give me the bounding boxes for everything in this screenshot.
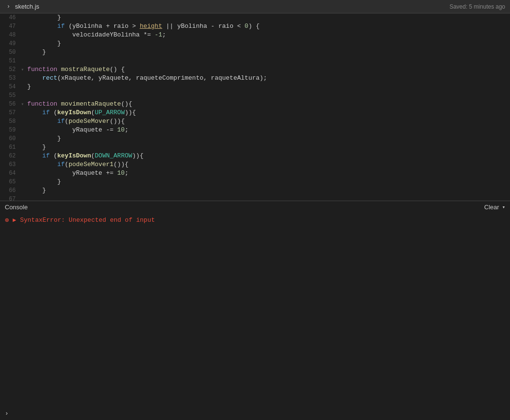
code-container[interactable]: 46 }47 if (yBolinha + raio > height || y… <box>0 13 510 201</box>
code-line: } <box>25 48 510 57</box>
line-number: 50 <box>0 48 20 57</box>
fold-arrow <box>20 134 25 143</box>
line-number: 51 <box>0 57 20 65</box>
error-circle-icon: ⊗ <box>5 216 9 224</box>
table-row: 64 yRaquete += 10; <box>0 169 510 178</box>
fold-arrow <box>20 178 25 186</box>
fold-arrow <box>20 83 25 91</box>
fold-arrow <box>20 57 25 65</box>
fold-arrow <box>20 117 25 126</box>
fold-arrow <box>20 186 25 195</box>
saved-status: Saved: 5 minutes ago <box>449 3 505 10</box>
table-row: 52▾function mostraRaquete() { <box>0 65 510 74</box>
code-line: yRaquete -= 10; <box>25 126 510 134</box>
fold-arrow <box>20 74 25 83</box>
prompt-icon[interactable]: › <box>5 410 9 417</box>
console-bar: Console Clear ▾ <box>0 201 510 213</box>
bottom-area: › <box>0 228 510 420</box>
fold-arrow <box>20 39 25 48</box>
table-row: 55 <box>0 91 510 100</box>
line-number: 54 <box>0 83 20 91</box>
line-number: 52 <box>0 65 20 74</box>
code-line: rect(xRaquete, yRaquete, raqueteComprime… <box>25 74 510 83</box>
editor-area: 46 }47 if (yBolinha + raio > height || y… <box>0 13 510 201</box>
console-output: ⊗ ▶ SyntaxError: Unexpected end of input <box>0 213 510 228</box>
line-number: 67 <box>0 195 20 201</box>
code-line: } <box>25 143 510 152</box>
header-bar: › sketch.js Saved: 5 minutes ago <box>0 0 510 13</box>
fold-arrow <box>20 160 25 169</box>
code-line: yRaquete += 10; <box>25 169 510 178</box>
table-row: 65 } <box>0 178 510 186</box>
fold-arrow <box>20 31 25 39</box>
table-row: 67 <box>0 195 510 201</box>
table-row: 63 if(podeSeMover1()){ <box>0 160 510 169</box>
line-number: 57 <box>0 108 20 117</box>
code-line: } <box>25 186 510 195</box>
code-line: if(podeSeMover1()){ <box>25 160 510 169</box>
table-row: 53 rect(xRaquete, yRaquete, raqueteCompr… <box>0 74 510 83</box>
code-table: 46 }47 if (yBolinha + raio > height || y… <box>0 13 510 201</box>
code-line: function movimentaRaquete(){ <box>25 100 510 108</box>
line-number: 60 <box>0 134 20 143</box>
line-number: 53 <box>0 74 20 83</box>
code-line: function mostraRaquete() { <box>25 65 510 74</box>
fold-arrow <box>20 48 25 57</box>
table-row: 47 if (yBolinha + raio > height || yBoli… <box>0 22 510 31</box>
fold-arrow <box>20 126 25 134</box>
table-row: 54} <box>0 83 510 91</box>
table-row: 49 } <box>0 39 510 48</box>
code-line: if (yBolinha + raio > height || yBolinha… <box>25 22 510 31</box>
code-line: } <box>25 13 510 22</box>
error-message: SyntaxError: Unexpected end of input <box>20 216 155 224</box>
line-number: 49 <box>0 39 20 48</box>
fold-arrow <box>20 152 25 160</box>
line-number: 66 <box>0 186 20 195</box>
clear-button[interactable]: Clear <box>484 204 499 211</box>
fold-arrow <box>20 13 25 22</box>
fold-arrow <box>20 108 25 117</box>
chevron-icon[interactable]: › <box>5 2 12 11</box>
tab-filename[interactable]: sketch.js <box>15 3 39 10</box>
console-label: Console <box>5 204 28 211</box>
console-right: Clear ▾ <box>484 204 505 211</box>
line-number: 64 <box>0 169 20 178</box>
fold-arrow <box>20 169 25 178</box>
fold-arrow[interactable]: ▾ <box>20 100 25 108</box>
line-number: 62 <box>0 152 20 160</box>
fold-arrow[interactable]: ▾ <box>20 65 25 74</box>
line-number: 47 <box>0 22 20 31</box>
table-row: 61 } <box>0 143 510 152</box>
table-row: 48 velocidadeYBolinha *= -1; <box>0 31 510 39</box>
line-number: 61 <box>0 143 20 152</box>
table-row: 46 } <box>0 13 510 22</box>
code-line <box>25 91 510 100</box>
fold-arrow <box>20 195 25 201</box>
table-row: 58 if(podeSeMover()){ <box>0 117 510 126</box>
code-line: } <box>25 83 510 91</box>
line-number: 59 <box>0 126 20 134</box>
table-row: 59 yRaquete -= 10; <box>0 126 510 134</box>
play-icon: ▶ <box>12 216 16 224</box>
table-row: 60 } <box>0 134 510 143</box>
fold-arrow <box>20 22 25 31</box>
table-row: 57 if (keyIsDown(UP_ARROW)){ <box>0 108 510 117</box>
code-line: } <box>25 134 510 143</box>
code-line: if (keyIsDown(UP_ARROW)){ <box>25 108 510 117</box>
code-line: if(podeSeMover()){ <box>25 117 510 126</box>
table-row: 62 if (keyIsDown(DOWN_ARROW)){ <box>0 152 510 160</box>
line-number: 56 <box>0 100 20 108</box>
line-number: 48 <box>0 31 20 39</box>
line-number: 58 <box>0 117 20 126</box>
fold-arrow <box>20 91 25 100</box>
line-number: 46 <box>0 13 20 22</box>
code-line: } <box>25 178 510 186</box>
chevron-down-icon[interactable]: ▾ <box>502 204 505 210</box>
code-line: } <box>25 39 510 48</box>
line-number: 55 <box>0 91 20 100</box>
table-row: 56▾function movimentaRaquete(){ <box>0 100 510 108</box>
line-number: 65 <box>0 178 20 186</box>
table-row: 50 } <box>0 48 510 57</box>
table-row: 66 } <box>0 186 510 195</box>
table-row: 51 <box>0 57 510 65</box>
